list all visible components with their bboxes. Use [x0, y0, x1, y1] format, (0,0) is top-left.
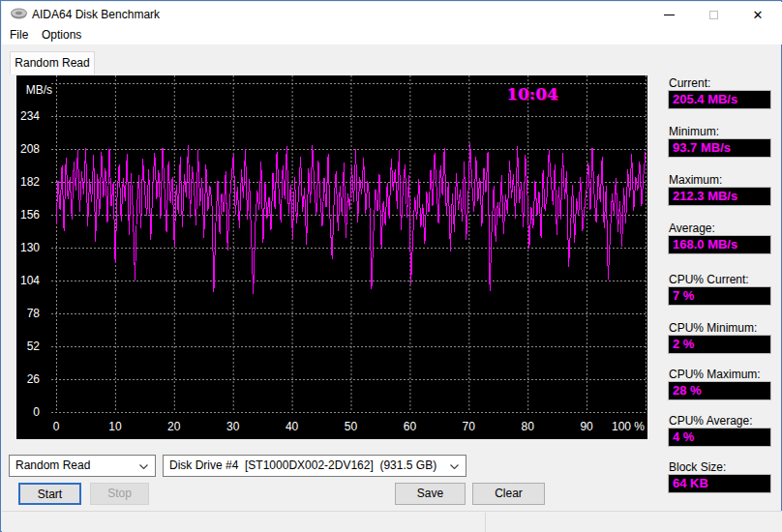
stat-value: 4 % — [668, 428, 771, 447]
tab-random-read[interactable]: Random Read — [10, 51, 95, 74]
app-window: AIDA64 Disk Benchmark ✕ File Options Ran… — [0, 0, 782, 532]
close-icon: ✕ — [753, 9, 764, 21]
x-tick-label: 50 — [332, 420, 371, 433]
maximize-button[interactable] — [691, 2, 736, 27]
stop-button[interactable]: Stop — [90, 483, 149, 505]
y-axis-unit: MB/s — [16, 83, 52, 97]
stat-value: 64 KB — [668, 474, 771, 493]
chevron-down-icon — [450, 464, 459, 469]
minimize-icon — [664, 15, 675, 15]
chevron-down-icon — [139, 464, 148, 469]
drive-select[interactable]: Disk Drive #4 [ST1000DX002-2DV162] (931.… — [163, 455, 466, 477]
drive-select-value: Disk Drive #4 [ST1000DX002-2DV162] (931.… — [169, 458, 436, 472]
start-button[interactable]: Start — [18, 483, 81, 505]
benchmark-type-value: Random Read — [15, 458, 90, 472]
y-tick-label: 234 — [16, 109, 40, 123]
clear-button[interactable]: Clear — [472, 483, 545, 505]
stat-label: CPU% Average: — [669, 414, 753, 428]
app-icon — [11, 8, 27, 21]
y-tick-label: 52 — [16, 340, 40, 353]
minimize-button[interactable] — [647, 2, 691, 27]
x-tick-label: 60 — [390, 420, 429, 433]
save-button[interactable]: Save — [395, 483, 466, 505]
benchmark-chart: MB/s2342081821561301047852260 0102030405… — [16, 75, 647, 439]
x-tick-label: 30 — [214, 420, 253, 433]
stat-value: 168.0 MB/s — [668, 235, 771, 254]
status-bar — [2, 511, 782, 532]
stat-label: Block Size: — [669, 460, 726, 474]
y-tick-label: 156 — [16, 208, 40, 222]
stat-label: Current: — [669, 76, 710, 90]
y-tick-label: 208 — [16, 142, 40, 156]
stat-label: Average: — [669, 222, 715, 235]
menu-options[interactable]: Options — [42, 27, 81, 44]
stat-label: Maximum: — [669, 173, 722, 187]
y-tick-label: 104 — [16, 274, 40, 287]
stat-label: CPU% Maximum: — [669, 368, 761, 381]
menu-file[interactable]: File — [10, 27, 28, 44]
stat-value: 205.4 MB/s — [668, 90, 771, 109]
window-title: AIDA64 Disk Benchmark — [32, 2, 160, 27]
stat-label: CPU% Current: — [669, 273, 749, 286]
x-tick-label: 80 — [508, 420, 547, 433]
y-tick-label: 130 — [16, 241, 40, 254]
stat-value: 212.3 MB/s — [668, 187, 771, 206]
x-tick-label: 20 — [155, 420, 194, 433]
x-tick-label: 70 — [449, 420, 488, 433]
stat-value: 2 % — [668, 335, 771, 354]
x-tick-label: 100 % — [609, 420, 647, 433]
close-button[interactable]: ✕ — [736, 2, 780, 27]
stat-value: 28 % — [668, 381, 771, 400]
x-tick-label: 40 — [273, 420, 312, 433]
benchmark-type-select[interactable]: Random Read — [9, 455, 156, 477]
stat-label: Minimum: — [669, 125, 719, 138]
elapsed-time: 10:04 — [489, 84, 576, 103]
stat-value: 7 % — [668, 286, 771, 306]
y-tick-label: 78 — [16, 307, 40, 320]
chart-plot — [16, 75, 647, 439]
stat-label: CPU% Minimum: — [669, 321, 757, 335]
status-bar-divider — [485, 513, 486, 532]
x-tick-label: 0 — [37, 420, 75, 433]
y-tick-label: 26 — [16, 372, 40, 386]
y-tick-label: 182 — [16, 175, 40, 189]
y-tick-label: 0 — [16, 405, 40, 419]
title-bar: AIDA64 Disk Benchmark ✕ — [2, 2, 782, 27]
x-tick-label: 90 — [567, 420, 606, 433]
maximize-icon — [709, 11, 718, 19]
menu-bar: File Options — [2, 27, 782, 44]
x-tick-label: 10 — [96, 420, 135, 433]
stat-value: 93.7 MB/s — [668, 138, 771, 158]
